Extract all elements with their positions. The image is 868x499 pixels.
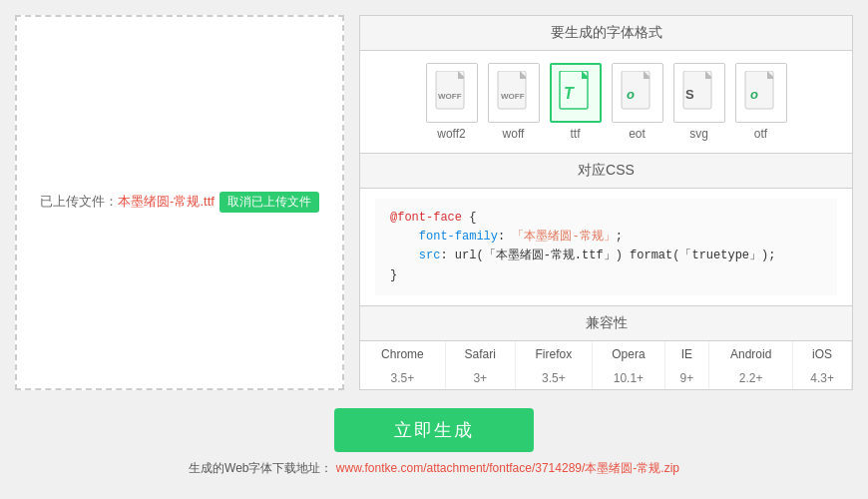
css-section: @font-face { font-family: 「本墨绪圆-常规」; src… [360, 189, 852, 306]
compat-table-header-row: Chrome Safari Firefox Opera IE Android i… [360, 341, 852, 367]
upload-panel[interactable]: 已上传文件：本墨绪圆-常规.ttf取消已上传文件 [15, 15, 344, 390]
eot-file-icon: o [620, 71, 655, 115]
otf-file-icon: o [743, 71, 779, 115]
upload-info: 已上传文件：本墨绪圆-常规.ttf取消已上传文件 [40, 192, 319, 213]
format-woff2[interactable]: WOFF woff2 [426, 63, 478, 141]
woff-file-icon: WOFF [496, 71, 532, 115]
compat-ios-version: 4.3+ [793, 367, 852, 389]
format-otf-box[interactable]: o [735, 63, 787, 123]
compat-android-version: 2.2+ [709, 367, 793, 389]
svg-label: svg [689, 127, 708, 141]
woff2-label: woff2 [437, 127, 465, 141]
ttf-label: ttf [570, 127, 580, 141]
download-link-row: 生成的Web字体下载地址： www.fontke.com/attachment/… [189, 460, 679, 477]
css-section-header: 对应CSS [360, 154, 852, 189]
woff2-file-icon: WOFF [434, 71, 470, 115]
css-at-font-face: @font-face [390, 211, 462, 225]
compat-col-opera: Opera [593, 341, 665, 367]
compat-col-ie: IE [664, 341, 708, 367]
css-code-block: @font-face { font-family: 「本墨绪圆-常规」; src… [375, 199, 837, 295]
compat-table: Chrome Safari Firefox Opera IE Android i… [360, 341, 852, 389]
woff-label: woff [503, 127, 525, 141]
svg-text:o: o [627, 87, 635, 102]
otf-label: otf [754, 127, 767, 141]
compat-col-chrome: Chrome [360, 341, 445, 367]
css-src-value: url(「本墨绪圆-常规.ttf」) format(「truetype」) [455, 249, 768, 262]
ttf-file-icon: T [558, 71, 594, 115]
compat-section: 兼容性 Chrome Safari Firefox Opera IE Andro… [360, 306, 852, 389]
cancel-upload-button[interactable]: 取消已上传文件 [219, 192, 319, 213]
compat-col-firefox: Firefox [515, 341, 592, 367]
format-svg-box[interactable]: S [673, 63, 725, 123]
format-woff-box[interactable]: WOFF [488, 63, 540, 123]
compat-col-ios: iOS [793, 341, 852, 367]
compat-firefox-version: 3.5+ [515, 367, 592, 389]
compat-opera-version: 10.1+ [593, 367, 665, 389]
compat-safari-version: 3+ [445, 367, 515, 389]
compat-header: 兼容性 [360, 306, 852, 341]
svg-text:o: o [750, 87, 758, 102]
css-font-family-prop: font-family [419, 230, 498, 244]
compat-table-version-row: 3.5+ 3+ 3.5+ 10.1+ 9+ 2.2+ 4.3+ [360, 367, 852, 389]
compat-col-android: Android [709, 341, 793, 367]
compat-ie-version: 9+ [664, 367, 708, 389]
svg-text:T: T [564, 85, 575, 102]
css-src-prop: src [419, 249, 441, 262]
format-section: WOFF woff2 WOFF [360, 51, 852, 154]
uploaded-file-link[interactable]: 本墨绪圆-常规.ttf [118, 194, 215, 209]
svg-text:WOFF: WOFF [501, 92, 525, 101]
bottom-section: 立即生成 生成的Web字体下载地址： www.fontke.com/attach… [15, 408, 853, 477]
download-prefix: 生成的Web字体下载地址： [189, 461, 332, 475]
format-eot[interactable]: o eot [612, 63, 663, 141]
format-woff2-box[interactable]: WOFF [426, 63, 478, 123]
format-ttf-box[interactable]: T [550, 63, 602, 123]
svg-text:WOFF: WOFF [438, 92, 462, 101]
generate-button[interactable]: 立即生成 [334, 408, 534, 452]
format-otf[interactable]: o otf [735, 63, 787, 141]
css-font-family-value: 「本墨绪圆-常规」 [512, 230, 615, 244]
svg-text:S: S [685, 87, 694, 102]
download-url-link[interactable]: www.fontke.com/attachment/fontface/37142… [336, 461, 679, 475]
format-eot-box[interactable]: o [612, 63, 663, 123]
format-section-header: 要生成的字体格式 [360, 16, 852, 51]
format-woff[interactable]: WOFF woff [488, 63, 540, 141]
compat-col-safari: Safari [445, 341, 515, 367]
eot-label: eot [629, 127, 646, 141]
format-svg[interactable]: S svg [673, 63, 725, 141]
uploaded-label: 已上传文件： [40, 194, 118, 209]
compat-chrome-version: 3.5+ [360, 367, 445, 389]
format-icons: WOFF woff2 WOFF [375, 63, 837, 141]
svg-file-icon: S [681, 71, 717, 115]
right-panel: 要生成的字体格式 WOFF woff2 [359, 15, 853, 390]
format-ttf[interactable]: T ttf [550, 63, 602, 141]
